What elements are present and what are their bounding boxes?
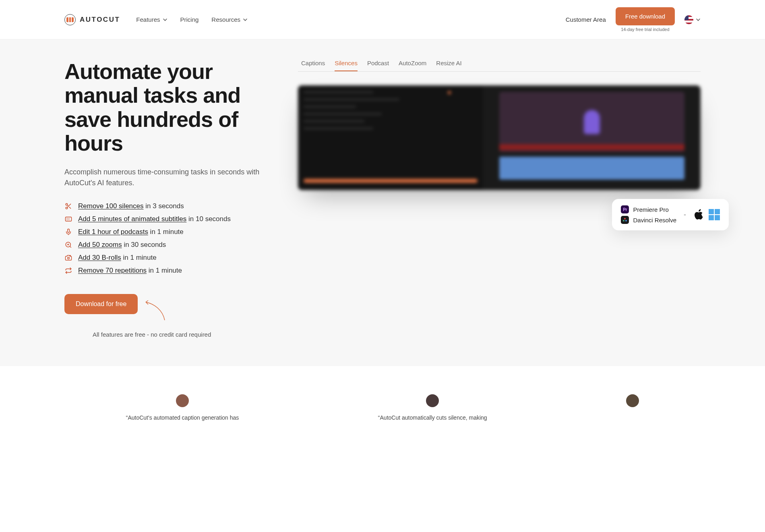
avatar (626, 394, 639, 407)
feature-suffix: in 1 minute (121, 254, 157, 261)
tab-captions[interactable]: Captions (301, 60, 325, 71)
svg-line-4 (67, 205, 68, 206)
scissors-icon (64, 202, 72, 210)
windows-icon (709, 209, 720, 220)
preview-image (298, 85, 701, 190)
svg-point-11 (68, 257, 70, 259)
free-download-button[interactable]: Free download (616, 7, 675, 25)
feature-tabs: Captions Silences Podcast AutoZoom Resiz… (298, 60, 701, 72)
tab-autozoom[interactable]: AutoZoom (399, 60, 426, 71)
hero-section: Automate your manual tasks and save hund… (0, 39, 765, 366)
testimonial-3 (626, 394, 639, 422)
tab-resize-ai[interactable]: Resize AI (436, 60, 461, 71)
logo-icon (64, 14, 76, 25)
feature-list: Remove 100 silences in 3 seconds Add 5 m… (64, 202, 274, 275)
svg-line-3 (69, 207, 71, 208)
avatar (176, 394, 189, 407)
feature-link[interactable]: Add 5 minutes of animated subtitles (78, 215, 186, 223)
feature-repetitions: Remove 70 repetitions in 1 minute (64, 267, 274, 275)
hero-title: Automate your manual tasks and save hund… (64, 60, 274, 155)
davinci-resolve-icon (621, 216, 629, 224)
customer-area-link[interactable]: Customer Area (566, 16, 606, 23)
feature-subtitles: Add 5 minutes of animated subtitles in 1… (64, 215, 274, 223)
feature-brolls: Add 30 B-rolls in 1 minute (64, 254, 274, 262)
tab-silences[interactable]: Silences (335, 60, 358, 71)
svg-rect-6 (68, 229, 70, 232)
hero-subtitle: Accomplish numerous time-consuming tasks… (64, 167, 274, 188)
nav-resources-label: Resources (211, 16, 240, 23)
cc-icon (64, 215, 72, 223)
feature-suffix: in 1 minute (148, 228, 184, 236)
testimonial-text: “AutoCut's automated caption generation … (126, 414, 239, 422)
svg-rect-5 (66, 217, 72, 221)
language-switcher[interactable] (684, 15, 701, 24)
platform-label: Davinci Resolve (633, 217, 676, 224)
os-icons (693, 209, 720, 221)
feature-podcasts: Edit 1 hour of podcasts in 1 minute (64, 228, 274, 236)
download-wrap: Free download 14-day free trial included (616, 7, 675, 32)
testimonial-1: “AutoCut's automated caption generation … (126, 394, 239, 422)
svg-point-0 (66, 203, 68, 205)
header-left: AUTOCUT Features Pricing Resources (64, 14, 248, 25)
feature-link[interactable]: Remove 70 repetitions (78, 267, 147, 274)
chevron-down-icon (696, 17, 701, 22)
zoom-in-icon (64, 241, 72, 249)
hero-right: Captions Silences Podcast AutoZoom Resiz… (298, 60, 701, 338)
hero-left: Automate your manual tasks and save hund… (64, 60, 274, 338)
platform-list: Pr Premiere Pro Davinci Resolve (621, 205, 676, 224)
platform-label: Premiere Pro (633, 206, 668, 213)
header: AUTOCUT Features Pricing Resources Custo… (0, 0, 765, 39)
testimonial-text: “AutoCut automatically cuts silence, mak… (378, 414, 487, 422)
cta-row: Download for free (64, 294, 274, 322)
feature-silences: Remove 100 silences in 3 seconds (64, 202, 274, 210)
svg-point-14 (624, 218, 626, 219)
feature-suffix: in 10 seconds (186, 215, 231, 223)
nav: Features Pricing Resources (136, 16, 248, 23)
repeat-icon (64, 267, 72, 275)
nav-pricing[interactable]: Pricing (180, 16, 199, 23)
feature-suffix: in 1 minute (147, 267, 182, 274)
logo-text: AUTOCUT (80, 16, 120, 24)
feature-link[interactable]: Edit 1 hour of podcasts (78, 228, 148, 236)
nav-pricing-label: Pricing (180, 16, 199, 23)
platform-davinci: Davinci Resolve (621, 216, 676, 224)
download-for-free-button[interactable]: Download for free (64, 294, 138, 314)
feature-link[interactable]: Remove 100 silences (78, 202, 144, 210)
header-right: Customer Area Free download 14-day free … (566, 7, 701, 32)
apple-icon (693, 209, 705, 221)
cta-note: All features are free - no credit card r… (93, 331, 274, 338)
chevron-down-icon (243, 17, 248, 22)
platform-premiere: Pr Premiere Pro (621, 205, 676, 213)
svg-point-1 (66, 207, 68, 209)
feature-suffix: in 3 seconds (144, 202, 184, 210)
tab-podcast[interactable]: Podcast (367, 60, 389, 71)
dash-separator: - (684, 211, 686, 219)
trial-note: 14-day free trial included (621, 27, 669, 32)
testimonial-2: “AutoCut automatically cuts silence, mak… (378, 394, 487, 422)
premiere-pro-icon: Pr (621, 205, 629, 213)
logo[interactable]: AUTOCUT (64, 14, 120, 25)
us-flag-icon (684, 15, 693, 24)
preview-wrap: Pr Premiere Pro Davinci Resolve - (298, 85, 701, 190)
feature-link[interactable]: Add 50 zooms (78, 241, 122, 248)
platforms-badge: Pr Premiere Pro Davinci Resolve - (612, 199, 729, 230)
mic-icon (64, 228, 72, 236)
svg-line-8 (70, 246, 71, 247)
arrow-curve-icon (143, 298, 168, 322)
feature-link[interactable]: Add 30 B-rolls (78, 254, 121, 261)
nav-features[interactable]: Features (136, 16, 167, 23)
feature-zooms: Add 50 zooms in 30 seconds (64, 241, 274, 249)
feature-suffix: in 30 seconds (122, 241, 166, 248)
testimonials-section: “AutoCut's automated caption generation … (0, 366, 765, 422)
nav-resources[interactable]: Resources (211, 16, 248, 23)
camera-plus-icon (64, 254, 72, 262)
chevron-down-icon (163, 17, 167, 22)
nav-features-label: Features (136, 16, 160, 23)
svg-point-15 (623, 220, 624, 221)
avatar (426, 394, 439, 407)
svg-point-16 (625, 220, 627, 221)
